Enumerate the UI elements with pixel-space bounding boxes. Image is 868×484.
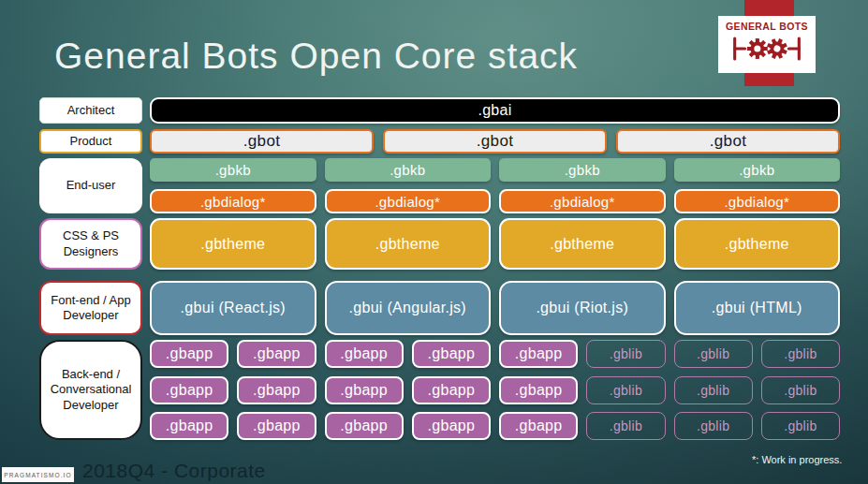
- block-gbapp: .gbapp: [412, 376, 491, 404]
- block-gblib: .gblib: [674, 340, 753, 368]
- block-gbapp: .gbapp: [150, 412, 228, 440]
- block-gbai: .gbai: [150, 97, 840, 124]
- block-gbapp: .gbapp: [499, 376, 578, 404]
- logo-wordmark: GENERAL BOTS: [726, 21, 808, 32]
- page-title: General Bots Open Core stack: [54, 36, 578, 77]
- block-gbui-angular: .gbui (Angular.js): [325, 281, 492, 335]
- block-gbapp: .gbapp: [412, 340, 491, 368]
- gears-icon: [730, 32, 803, 69]
- band-gbapp-row-3: .gbapp .gbapp .gbapp .gbapp .gbapp .gbli…: [150, 412, 840, 440]
- band-gbdialog: .gbdialog* .gbdialog* .gbdialog* .gbdial…: [150, 189, 840, 213]
- block-gbapp: .gbapp: [412, 412, 491, 440]
- block-gbdialog: .gbdialog*: [150, 189, 316, 213]
- block-gbot: .gbot: [150, 129, 374, 154]
- band-gbui: .gbui (React.js) .gbui (Angular.js) .gbu…: [150, 281, 840, 335]
- block-gblib: .gblib: [761, 376, 840, 404]
- block-gbapp: .gbapp: [237, 412, 316, 440]
- block-gbtheme: .gbtheme: [674, 218, 841, 270]
- block-gbkb: .gbkb: [150, 158, 316, 182]
- block-gbtheme: .gbtheme: [325, 218, 492, 270]
- block-gbot: .gbot: [383, 129, 607, 154]
- row-label-frontend-app-developer: Font-end / App Developer: [39, 281, 142, 335]
- block-gbkb: .gbkb: [499, 158, 666, 182]
- work-in-progress-footnote: *: Work in progress.: [752, 454, 842, 465]
- row-label-product: Product: [39, 129, 142, 154]
- block-gbapp: .gbapp: [325, 340, 404, 368]
- band-gbkb: .gbkb .gbkb .gbkb .gbkb: [150, 158, 840, 182]
- block-gbapp: .gbapp: [325, 412, 404, 440]
- block-gbapp: .gbapp: [237, 376, 316, 404]
- block-gbkb: .gbkb: [325, 158, 492, 182]
- block-gblib: .gblib: [761, 412, 840, 440]
- block-gbkb: .gbkb: [674, 158, 841, 182]
- general-bots-logo: GENERAL BOTS: [718, 16, 816, 73]
- block-gbapp: .gbapp: [499, 340, 578, 368]
- block-gbapp: .gbapp: [150, 376, 228, 404]
- block-gbdialog: .gbdialog*: [499, 189, 666, 213]
- block-gblib: .gblib: [674, 376, 753, 404]
- block-gbdialog: .gbdialog*: [325, 189, 492, 213]
- block-gbui-react: .gbui (React.js): [150, 281, 316, 335]
- block-gbui-html: .gbui (HTML): [674, 281, 841, 335]
- block-gblib: .gblib: [674, 412, 753, 440]
- row-label-css-ps-designers: CSS & PS Designers: [39, 218, 142, 270]
- block-gbtheme: .gbtheme: [150, 218, 316, 270]
- block-gblib: .gblib: [586, 376, 665, 404]
- band-gbtheme: .gbtheme .gbtheme .gbtheme .gbtheme: [150, 218, 840, 270]
- block-gblib: .gblib: [586, 340, 665, 368]
- block-gbapp: .gbapp: [237, 340, 316, 368]
- block-gblib: .gblib: [761, 340, 840, 368]
- band-gbapp-row-2: .gbapp .gbapp .gbapp .gbapp .gbapp .gbli…: [150, 376, 840, 404]
- block-gbapp: .gbapp: [499, 412, 578, 440]
- row-label-architect: Architect: [39, 97, 142, 124]
- row-label-end-user: End-user: [39, 158, 142, 213]
- block-gbdialog: .gbdialog*: [674, 189, 841, 213]
- block-gbot: .gbot: [616, 129, 840, 154]
- band-gbot: .gbot .gbot .gbot: [150, 129, 840, 154]
- band-gbapp-row-1: .gbapp .gbapp .gbapp .gbapp .gbapp .gbli…: [150, 340, 840, 368]
- slide: General Bots Open Core stack GENERAL BOT…: [0, 0, 868, 484]
- block-gbapp: .gbapp: [150, 340, 228, 368]
- block-gbui-riot: .gbui (Riot.js): [499, 281, 666, 335]
- pragmatismo-badge: PRAGMATISMO.IO: [2, 467, 74, 482]
- row-label-backend-conversational-developer: Back-end / Conversational Developer: [39, 340, 142, 440]
- block-gbtheme: .gbtheme: [499, 218, 666, 270]
- block-gbapp: .gbapp: [325, 376, 404, 404]
- block-gblib: .gblib: [586, 412, 665, 440]
- band-gbai: .gbai: [150, 97, 840, 124]
- footer-caption: 2018Q4 - Corporate: [82, 460, 266, 482]
